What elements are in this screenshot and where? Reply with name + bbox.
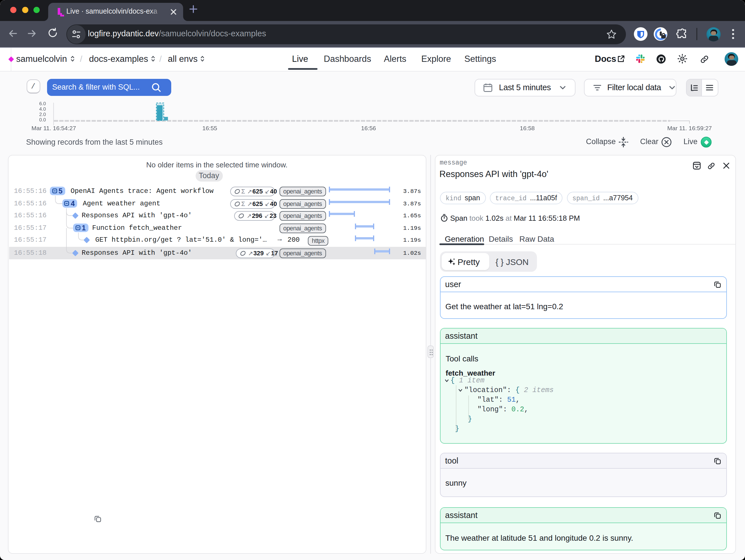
svg-text:16:55: 16:55	[202, 125, 218, 131]
svg-text:16:58: 16:58	[520, 125, 535, 131]
svg-text:Mar 11. 16:54:27: Mar 11. 16:54:27	[31, 125, 76, 131]
svg-text:Mar 11. 16:59:27: Mar 11. 16:59:27	[667, 125, 712, 131]
svg-text:2.0: 2.0	[39, 112, 46, 117]
svg-text:6.0: 6.0	[39, 101, 46, 106]
svg-text:16:56: 16:56	[361, 125, 376, 131]
svg-text:4.0: 4.0	[39, 106, 46, 112]
svg-text:0.0: 0.0	[39, 117, 46, 123]
